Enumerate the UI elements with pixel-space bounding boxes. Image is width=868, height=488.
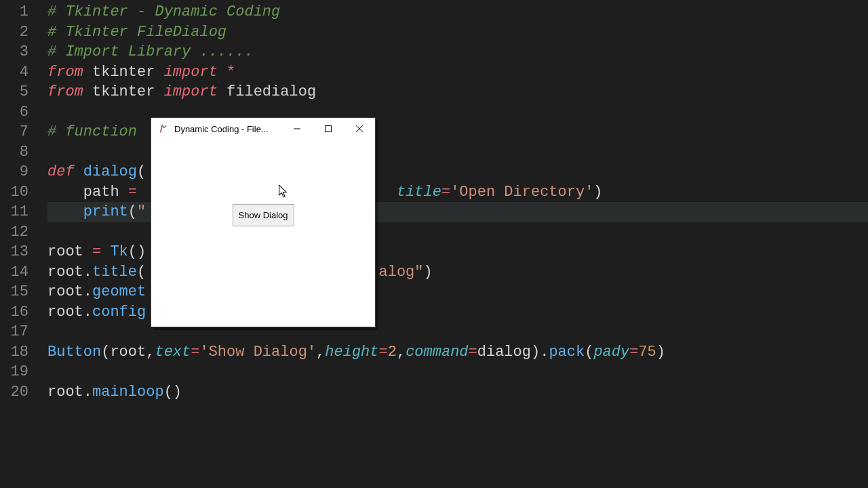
line-number: 18 (0, 342, 28, 363)
line-number: 5 (0, 82, 28, 102)
code-line[interactable]: from tkinter import * (47, 62, 868, 83)
line-number: 12 (0, 222, 28, 243)
line-number: 15 (0, 282, 28, 302)
python-feather-icon (158, 123, 169, 134)
code-line[interactable]: # Tkinter - Dynamic Coding (47, 2, 868, 22)
code-line[interactable]: # Tkinter FileDialog (47, 22, 868, 43)
line-number: 4 (0, 62, 28, 83)
code-line[interactable]: from tkinter import filedialog (47, 82, 868, 102)
window-body: Show Dialog (151, 140, 375, 327)
line-number: 10 (0, 182, 28, 203)
maximize-button[interactable] (313, 118, 344, 140)
code-line[interactable] (47, 362, 868, 382)
line-number: 20 (0, 382, 28, 403)
line-number: 9 (0, 162, 28, 182)
line-number: 3 (0, 42, 28, 62)
line-number: 14 (0, 262, 28, 283)
line-number: 19 (0, 362, 28, 382)
tkinter-window: Dynamic Coding - File... Show Dialog (151, 117, 376, 327)
line-number: 7 (0, 122, 28, 142)
line-number: 2 (0, 22, 28, 43)
line-number: 6 (0, 102, 28, 123)
line-number: 11 (0, 202, 28, 222)
line-number: 13 (0, 242, 28, 262)
line-number: 17 (0, 322, 28, 342)
show-dialog-button[interactable]: Show Dialog (233, 204, 294, 226)
window-titlebar[interactable]: Dynamic Coding - File... (151, 118, 375, 140)
code-line[interactable]: # Import Library ...... (47, 42, 868, 62)
code-editor: 1234567891011121314151617181920 # Tkinte… (0, 0, 868, 488)
line-number-gutter: 1234567891011121314151617181920 (0, 0, 41, 488)
minimize-button[interactable] (281, 118, 313, 140)
code-line[interactable]: root.mainloop() (47, 382, 868, 403)
close-button[interactable] (344, 118, 375, 140)
svg-rect-0 (326, 126, 332, 132)
window-title: Dynamic Coding - File... (174, 124, 281, 134)
line-number: 8 (0, 142, 28, 163)
code-line[interactable]: Button(root,text='Show Dialog',height=2,… (47, 342, 868, 363)
line-number: 1 (0, 2, 28, 22)
line-number: 16 (0, 302, 28, 323)
